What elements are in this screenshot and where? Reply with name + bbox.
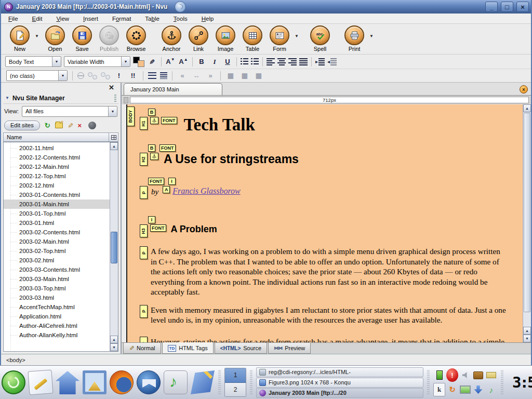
- b-tag-marker[interactable]: B: [148, 144, 155, 152]
- file-tree-item[interactable]: 2003-01.html: [4, 218, 110, 228]
- save-disk-icon[interactable]: Save: [69, 25, 96, 52]
- file-tree-item[interactable]: 2003-01-Top.html: [4, 209, 110, 218]
- download-icon[interactable]: [472, 383, 484, 396]
- menu-item[interactable]: View: [56, 16, 69, 22]
- new-folder-icon[interactable]: [55, 123, 63, 128]
- i-tag-marker[interactable]: I: [148, 216, 155, 223]
- kate-icon[interactable]: [191, 370, 215, 394]
- section-heading[interactable]: A Problem: [171, 224, 217, 235]
- emphasis-button[interactable]: !: [114, 71, 124, 81]
- name-column-header[interactable]: Name: [3, 132, 118, 142]
- dropdown-arrow-icon[interactable]: ▼: [35, 34, 39, 38]
- titlebar[interactable]: N January 2003 Main [ftp:/.../2003-01-Ma…: [1, 0, 531, 14]
- scroll-down-icon[interactable]: ▼: [110, 343, 118, 351]
- pager-desktop[interactable]: 1: [225, 368, 246, 383]
- refresh-icon[interactable]: ↻: [45, 122, 50, 129]
- thunderbird-icon[interactable]: [137, 370, 161, 394]
- margin-both-icon[interactable]: ↔: [191, 71, 202, 81]
- text-color-picker[interactable]: [133, 57, 144, 67]
- panel-close-icon[interactable]: ✕: [109, 84, 114, 91]
- edit-mode-tab[interactable]: Normal: [123, 343, 161, 354]
- paragraph-spacing-icon[interactable]: [148, 72, 156, 79]
- highlight-pencil-icon[interactable]: ✎: [147, 57, 157, 67]
- file-tree-item[interactable]: AccentTechMap.html: [4, 302, 110, 312]
- column-picker-icon[interactable]: [109, 133, 118, 141]
- body-tag-marker[interactable]: BODY: [127, 107, 135, 126]
- remove-icon[interactable]: ×: [77, 122, 82, 129]
- b-tag-marker[interactable]: B: [148, 109, 155, 116]
- italic-button[interactable]: I: [209, 57, 220, 67]
- view-filter-select[interactable]: All files▼: [22, 106, 117, 117]
- paragraph-text[interactable]: Even with memory measured in gigabytes I…: [151, 305, 508, 325]
- menu-item[interactable]: Insert: [83, 16, 98, 22]
- anchor-tag-marker[interactable]: [150, 117, 158, 124]
- editor-canvas[interactable]: BODY B H1 FONT Tech Talk: [126, 104, 523, 342]
- clock[interactable]: 3:59: [507, 374, 532, 391]
- strong-emphasis-button[interactable]: !!: [128, 71, 138, 81]
- spellcheck-icon[interactable]: Spell: [307, 25, 334, 52]
- file-tree-item[interactable]: 2003-01-Main.html: [4, 200, 110, 209]
- chevron-down-icon[interactable]: ▼: [52, 57, 61, 66]
- file-tree-item[interactable]: 2002-12-Top.html: [4, 171, 110, 181]
- menu-item[interactable]: Tools: [174, 16, 188, 22]
- position-top-icon[interactable]: ▦: [225, 71, 236, 81]
- panel-grip[interactable]: [114, 95, 116, 102]
- underline-button[interactable]: U: [222, 57, 233, 67]
- publish-globe-icon[interactable]: Publish: [96, 25, 123, 52]
- scroll-up-icon[interactable]: ▲: [110, 142, 118, 150]
- battery-icon[interactable]: [433, 368, 445, 382]
- tab-close-button[interactable]: ×: [520, 85, 528, 94]
- font-tag-marker[interactable]: FONT: [150, 224, 166, 232]
- juk-icon[interactable]: [164, 370, 188, 394]
- h2-tag-marker[interactable]: H2: [140, 153, 148, 166]
- file-tree-item[interactable]: Author-AliCehreli.html: [4, 321, 110, 330]
- file-tree-item[interactable]: 2003-03-Contents.html: [4, 265, 110, 274]
- paragraph-format-select[interactable]: Body Text▼: [5, 56, 61, 67]
- taskbar-window-button[interactable]: January 2003 Main [ftp:/.../20: [256, 388, 423, 398]
- menu-item[interactable]: Format: [112, 16, 131, 22]
- scroll-up-icon[interactable]: ▲: [523, 104, 531, 112]
- edit-mode-tab[interactable]: Preview: [268, 343, 311, 354]
- byline-prefix[interactable]: by: [151, 188, 158, 196]
- file-tree-item[interactable]: 2003-01-Contents.html: [4, 190, 110, 200]
- decrease-font-button[interactable]: A▼: [165, 57, 176, 67]
- ruler[interactable]: 712px: [130, 97, 529, 103]
- taskbar-window-button[interactable]: Figure3.png 532 x 399 - Konqu: [256, 378, 423, 388]
- scroll-down-icon[interactable]: ▼: [523, 335, 531, 342]
- file-tree-item[interactable]: 2003-02-Main.html: [4, 237, 110, 246]
- background-color-swatch[interactable]: [138, 60, 144, 67]
- link-icon[interactable]: Link: [185, 25, 212, 52]
- file-tree-item[interactable]: 2002-11.html: [4, 143, 110, 153]
- paragraph-text[interactable]: A few days ago, I was working on a probl…: [151, 246, 508, 297]
- class-select[interactable]: (no class)▼: [6, 70, 68, 81]
- music-icon[interactable]: [485, 383, 497, 396]
- open-folder-icon[interactable]: Open: [42, 25, 69, 52]
- dropdown-arrow-icon[interactable]: ▼: [369, 34, 374, 38]
- form-icon[interactable]: Form ▼: [266, 25, 293, 52]
- file-tree-item[interactable]: 2002-12-Main.html: [4, 162, 110, 171]
- taskbar-window-button[interactable]: reg@cdi-regsony:/...icles/HTML-: [256, 367, 423, 377]
- indent-button[interactable]: ▸: [315, 58, 325, 65]
- file-tree-item[interactable]: 2003-03-Main.html: [4, 274, 110, 284]
- scroll-up-icon[interactable]: ▲: [110, 336, 118, 343]
- align-justify-button[interactable]: [299, 58, 308, 65]
- p-tag-marker[interactable]: P: [140, 246, 148, 259]
- div-shapes-icon[interactable]: [101, 72, 110, 79]
- anchor-icon[interactable]: Anchor: [158, 25, 185, 52]
- p-tag-marker[interactable]: P: [140, 186, 148, 199]
- editor-scrollbar[interactable]: ▲ ▲ ▼: [523, 104, 531, 342]
- article-title[interactable]: Tech Talk: [184, 116, 255, 134]
- increase-font-button[interactable]: A▲: [178, 57, 189, 67]
- display-icon[interactable]: [459, 383, 471, 396]
- h3-tag-marker[interactable]: H3: [140, 224, 148, 237]
- chevron-down-icon[interactable]: ▼: [108, 107, 117, 116]
- font-tag-marker[interactable]: FONT: [148, 178, 164, 185]
- firefox-icon[interactable]: [110, 370, 134, 394]
- font-tag-marker[interactable]: FONT: [159, 144, 176, 152]
- font-select[interactable]: Variable Width▼: [64, 56, 130, 67]
- close-button[interactable]: ×: [516, 2, 529, 12]
- chevron-down-icon[interactable]: ▼: [121, 57, 130, 66]
- menu-item[interactable]: Help: [202, 16, 214, 22]
- outdent-button[interactable]: ◂: [327, 58, 337, 65]
- sync-icon[interactable]: [446, 383, 458, 396]
